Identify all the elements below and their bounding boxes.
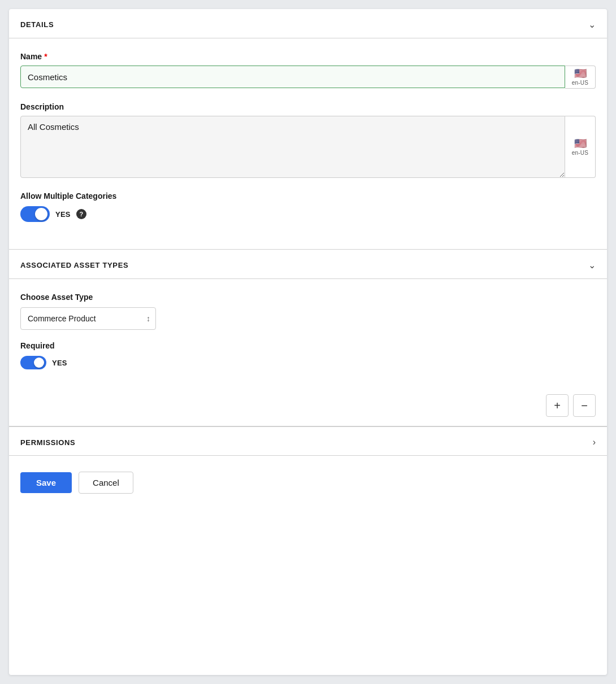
description-locale-badge: 🇺🇸 en-US: [565, 116, 596, 178]
page-container: DETAILS ⌄ Name * 🇺🇸 en-US: [9, 9, 607, 675]
allow-multiple-label: Allow Multiple Categories: [20, 191, 596, 201]
asset-types-chevron-down-icon: ⌄: [588, 260, 596, 271]
allow-multiple-slider: [20, 206, 50, 222]
allow-multiple-yes-label: YES: [55, 210, 71, 219]
description-label: Description: [20, 102, 596, 111]
description-textarea-row: All Cosmetics 🇺🇸 en-US: [20, 116, 596, 178]
name-label: Name *: [20, 52, 596, 61]
name-field: Name * 🇺🇸 en-US: [20, 52, 596, 89]
name-locale-text: en-US: [572, 80, 588, 86]
allow-multiple-field: Allow Multiple Categories YES ?: [20, 191, 596, 222]
name-input-row: 🇺🇸 en-US: [20, 66, 596, 89]
asset-types-title: ASSOCIATED ASSET TYPES: [20, 261, 128, 269]
asset-type-select[interactable]: Commerce Product Digital Asset Physical …: [20, 307, 156, 330]
required-toggle-row: YES: [20, 356, 596, 369]
description-locale-text: en-US: [572, 150, 588, 156]
bottom-actions: Save Cancel: [9, 456, 607, 512]
name-locale-badge: 🇺🇸 en-US: [565, 66, 596, 89]
details-section: DETAILS ⌄ Name * 🇺🇸 en-US: [9, 9, 607, 249]
allow-multiple-toggle[interactable]: [20, 206, 50, 222]
associated-asset-types-section: ASSOCIATED ASSET TYPES ⌄ Choose Asset Ty…: [9, 250, 607, 426]
save-button[interactable]: Save: [20, 472, 72, 493]
description-field: Description All Cosmetics 🇺🇸 en-US: [20, 102, 596, 178]
allow-multiple-help-icon[interactable]: ?: [76, 209, 86, 219]
choose-asset-label: Choose Asset Type: [20, 293, 596, 302]
name-flag-icon: 🇺🇸: [574, 68, 587, 79]
permissions-chevron-right-icon: ›: [593, 437, 596, 447]
required-slider: [20, 356, 46, 369]
name-required-star: *: [44, 52, 47, 61]
choose-asset-section: Choose Asset Type Commerce Product Digit…: [9, 279, 607, 385]
asset-type-select-wrapper: Commerce Product Digital Asset Physical …: [20, 307, 156, 330]
description-input[interactable]: All Cosmetics: [20, 116, 565, 178]
permissions-section: PERMISSIONS ›: [9, 426, 607, 456]
required-toggle[interactable]: [20, 356, 46, 369]
description-flag-icon: 🇺🇸: [574, 138, 587, 149]
details-section-body: Name * 🇺🇸 en-US Description All Cos: [9, 38, 607, 249]
permissions-section-header[interactable]: PERMISSIONS ›: [9, 427, 607, 456]
required-yes-label: YES: [52, 359, 67, 367]
cancel-button[interactable]: Cancel: [79, 472, 133, 494]
name-input[interactable]: [20, 66, 565, 88]
allow-multiple-toggle-row: YES ?: [20, 206, 596, 222]
required-toggle-section: Required YES: [20, 341, 596, 369]
details-title: DETAILS: [20, 20, 54, 29]
add-remove-row: + −: [9, 385, 607, 426]
asset-types-section-header[interactable]: ASSOCIATED ASSET TYPES ⌄: [9, 250, 607, 279]
add-asset-type-button[interactable]: +: [546, 394, 569, 417]
remove-asset-type-button[interactable]: −: [573, 394, 596, 417]
details-section-header[interactable]: DETAILS ⌄: [9, 9, 607, 38]
details-chevron-down-icon: ⌄: [588, 19, 596, 30]
permissions-title: PERMISSIONS: [20, 438, 75, 447]
required-label: Required: [20, 341, 596, 350]
